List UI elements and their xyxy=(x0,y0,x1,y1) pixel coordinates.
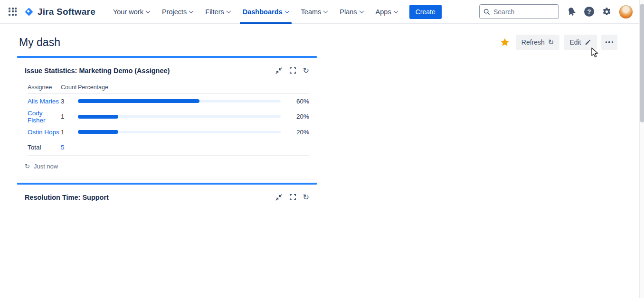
chevron-down-icon xyxy=(359,9,364,13)
nav-item-plans[interactable]: Plans xyxy=(333,0,369,24)
gadget-resolution-time: Resolution Time: Support ↻ Day xyxy=(17,183,317,298)
gadget-title: Issue Statistics: Marketing Demo (Assign… xyxy=(25,67,170,74)
chevron-down-icon xyxy=(226,9,231,13)
gadget-footer: ↻ Just now xyxy=(17,156,317,179)
bar-fill xyxy=(78,115,118,119)
chevron-down-icon xyxy=(145,9,150,13)
collapse-icon[interactable] xyxy=(275,194,283,201)
count-value: 1 xyxy=(61,113,78,120)
count-value: 3 xyxy=(61,98,78,105)
bar-fill xyxy=(78,130,118,134)
total-label: Total xyxy=(28,144,61,151)
percentage-value: 20% xyxy=(286,113,309,120)
nav-item-label: Dashboards xyxy=(243,8,283,16)
last-refreshed-label: Just now xyxy=(34,163,58,170)
refresh-button[interactable]: Refresh ↻ xyxy=(516,35,560,50)
primary-nav: Your workProjectsFiltersDashboardsTeamsP… xyxy=(107,0,404,24)
gadget-title: Resolution Time: Support xyxy=(25,194,109,201)
search-input[interactable] xyxy=(493,8,555,16)
col-count: Count xyxy=(61,84,78,91)
nav-item-your-work[interactable]: Your work xyxy=(107,0,156,24)
refresh-button-label: Refresh xyxy=(521,38,545,46)
refresh-icon: ↻ xyxy=(548,38,554,47)
vertical-scrollbar[interactable] xyxy=(639,0,644,298)
col-assignee: Assignee xyxy=(28,84,61,91)
top-navigation: Jira Software Your workProjectsFiltersDa… xyxy=(0,0,644,24)
gadget-issue-statistics: Issue Statistics: Marketing Demo (Assign… xyxy=(17,56,317,179)
chevron-down-icon xyxy=(323,9,328,13)
jira-logo[interactable]: Jira Software xyxy=(24,7,95,17)
assignee-link[interactable]: Ostin Hops xyxy=(28,129,61,136)
refresh-icon[interactable]: ↻ xyxy=(303,193,309,202)
edit-button[interactable]: Edit xyxy=(564,35,597,50)
help-icon[interactable]: ? xyxy=(584,7,594,17)
more-button[interactable] xyxy=(601,35,618,50)
bar-fill xyxy=(78,99,199,103)
nav-item-label: Your work xyxy=(113,8,143,16)
chevron-down-icon xyxy=(189,9,194,13)
edit-pencil-icon xyxy=(585,39,591,46)
percentage-bar xyxy=(78,99,286,103)
percentage-value: 60% xyxy=(286,98,309,105)
maximize-icon[interactable] xyxy=(289,194,296,201)
table-header-row: Assignee Count Percentage xyxy=(28,81,309,93)
table-row: Cody Fisher120% xyxy=(28,109,309,125)
star-icon[interactable] xyxy=(500,37,510,47)
table-row: Ostin Hops120% xyxy=(28,124,309,140)
nav-item-label: Filters xyxy=(205,8,224,16)
nav-item-teams[interactable]: Teams xyxy=(295,0,334,24)
nav-item-projects[interactable]: Projects xyxy=(156,0,199,24)
page-title: My dash xyxy=(19,36,60,49)
logo-text: Jira Software xyxy=(38,7,95,17)
chevron-down-icon xyxy=(393,9,398,13)
refresh-icon[interactable]: ↻ xyxy=(25,163,30,170)
bell-icon[interactable] xyxy=(567,7,577,17)
total-row: Total 5 xyxy=(28,140,309,156)
percentage-bar xyxy=(78,115,286,119)
percentage-value: 20% xyxy=(286,129,309,136)
nav-item-dashboards[interactable]: Dashboards xyxy=(237,0,295,24)
count-value: 1 xyxy=(61,129,78,136)
assignee-link[interactable]: Cody Fisher xyxy=(28,110,61,124)
nav-item-label: Teams xyxy=(301,8,322,16)
edit-button-label: Edit xyxy=(569,38,581,46)
avatar[interactable] xyxy=(619,5,633,19)
nav-item-apps[interactable]: Apps xyxy=(369,0,404,24)
page-header: My dash Refresh ↻ Edit xyxy=(0,34,644,50)
jira-logo-icon xyxy=(24,7,34,17)
maximize-icon[interactable] xyxy=(289,67,296,74)
assignee-link[interactable]: Alis Maries xyxy=(28,98,61,105)
search-box[interactable] xyxy=(479,4,559,19)
resolution-time-chart: Days 0 xyxy=(17,207,317,298)
col-percentage: Percentage xyxy=(78,84,286,91)
scrollbar-thumb[interactable] xyxy=(640,4,644,122)
search-icon xyxy=(483,9,490,15)
nav-item-label: Apps xyxy=(376,8,391,16)
app-switcher-icon[interactable] xyxy=(9,8,17,16)
chevron-down-icon xyxy=(284,9,289,13)
refresh-icon[interactable]: ↻ xyxy=(303,66,309,75)
nav-item-label: Projects xyxy=(162,8,187,16)
collapse-icon[interactable] xyxy=(275,67,283,74)
nav-item-label: Plans xyxy=(340,8,357,16)
stats-rows: Alis Maries360%Cody Fisher120%Ostin Hops… xyxy=(28,93,309,140)
percentage-bar xyxy=(78,130,286,134)
settings-icon[interactable] xyxy=(602,7,612,17)
total-count-link[interactable]: 5 xyxy=(61,144,78,151)
issue-stats-table: Assignee Count Percentage Alis Maries360… xyxy=(28,81,309,156)
dashboard-content: Issue Statistics: Marketing Demo (Assign… xyxy=(0,56,644,298)
nav-item-filters[interactable]: Filters xyxy=(199,0,236,24)
table-row: Alis Maries360% xyxy=(28,93,309,109)
ellipsis-icon xyxy=(606,41,614,43)
create-button[interactable]: Create xyxy=(409,5,442,19)
